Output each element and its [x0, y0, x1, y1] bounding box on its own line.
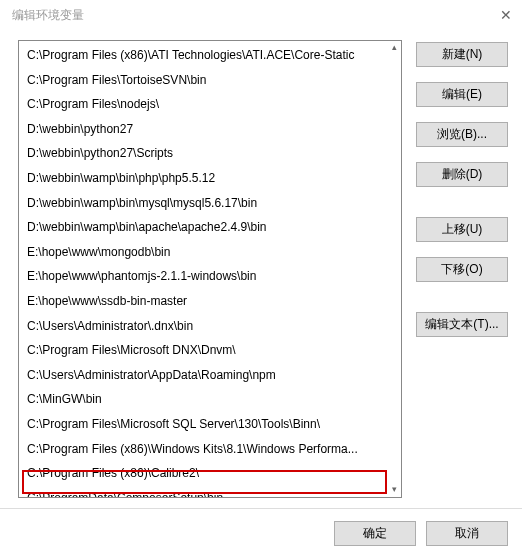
button-group-move: 上移(U) 下移(O) [416, 217, 508, 282]
list-item[interactable]: C:\Program Files\Microsoft DNX\Dnvm\ [23, 338, 401, 363]
browse-button[interactable]: 浏览(B)... [416, 122, 508, 147]
path-list[interactable]: C:\Program Files (x86)\ATI Technologies\… [19, 41, 401, 498]
list-item[interactable]: C:\Program Files\Microsoft SQL Server\13… [23, 412, 401, 437]
edit-button[interactable]: 编辑(E) [416, 82, 508, 107]
button-sidebar: 新建(N) 编辑(E) 浏览(B)... 删除(D) 上移(U) 下移(O) 编… [416, 40, 508, 498]
list-item[interactable]: D:\webbin\python27 [23, 117, 401, 142]
list-item[interactable]: C:\Program Files (x86)\Windows Kits\8.1\… [23, 437, 401, 462]
dialog-window: 编辑环境变量 ✕ C:\Program Files (x86)\ATI Tech… [0, 0, 522, 559]
move-up-button[interactable]: 上移(U) [416, 217, 508, 242]
close-icon[interactable]: ✕ [482, 7, 512, 23]
list-item[interactable]: C:\Program Files\nodejs\ [23, 92, 401, 117]
list-item[interactable]: C:\ProgramData\ComposerSetup\bin [23, 486, 401, 498]
list-item[interactable]: E:\hope\www\ssdb-bin-master [23, 289, 401, 314]
list-item[interactable]: E:\hope\www\mongodb\bin [23, 240, 401, 265]
list-item[interactable]: C:\Program Files (x86)\Calibre2\ [23, 461, 401, 486]
new-button[interactable]: 新建(N) [416, 42, 508, 67]
list-item[interactable]: C:\Users\Administrator\AppData\Roaming\n… [23, 363, 401, 388]
move-down-button[interactable]: 下移(O) [416, 257, 508, 282]
path-list-container: C:\Program Files (x86)\ATI Technologies\… [18, 40, 402, 498]
list-item[interactable]: C:\Program Files (x86)\ATI Technologies\… [23, 43, 401, 68]
list-item[interactable]: C:\Users\Administrator\.dnx\bin [23, 314, 401, 339]
window-title: 编辑环境变量 [12, 7, 84, 24]
delete-button[interactable]: 删除(D) [416, 162, 508, 187]
list-item[interactable]: D:\webbin\python27\Scripts [23, 141, 401, 166]
edit-text-button[interactable]: 编辑文本(T)... [416, 312, 508, 337]
content-area: C:\Program Files (x86)\ATI Technologies\… [0, 30, 522, 508]
titlebar: 编辑环境变量 ✕ [0, 0, 522, 30]
scroll-up-icon[interactable]: ▴ [388, 42, 400, 54]
scrollbar[interactable]: ▴ ▾ [388, 42, 400, 496]
ok-button[interactable]: 确定 [334, 521, 416, 546]
list-item[interactable]: D:\webbin\wamp\bin\php\php5.5.12 [23, 166, 401, 191]
list-item[interactable]: D:\webbin\wamp\bin\apache\apache2.4.9\bi… [23, 215, 401, 240]
cancel-button[interactable]: 取消 [426, 521, 508, 546]
dialog-footer: 确定 取消 [0, 508, 522, 559]
list-item[interactable]: D:\webbin\wamp\bin\mysql\mysql5.6.17\bin [23, 191, 401, 216]
button-group-text: 编辑文本(T)... [416, 312, 508, 337]
list-item[interactable]: E:\hope\www\phantomjs-2.1.1-windows\bin [23, 264, 401, 289]
list-item[interactable]: C:\MinGW\bin [23, 387, 401, 412]
list-item[interactable]: C:\Program Files\TortoiseSVN\bin [23, 68, 401, 93]
button-group-edit: 新建(N) 编辑(E) 浏览(B)... 删除(D) [416, 42, 508, 187]
scroll-down-icon[interactable]: ▾ [388, 484, 400, 496]
